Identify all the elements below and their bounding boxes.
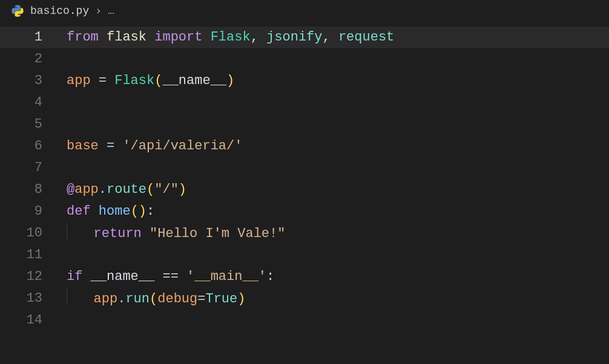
function: run: [125, 291, 150, 307]
punct: :: [266, 269, 274, 284]
class: Flask: [114, 73, 154, 88]
function-name: home: [99, 204, 131, 219]
paren: ): [226, 73, 234, 88]
keyword: import: [154, 30, 202, 45]
line-number: 10: [0, 223, 58, 244]
code-line[interactable]: app = Flask(__name__): [67, 70, 609, 92]
breadcrumb-more[interactable]: …: [108, 5, 115, 17]
space: [142, 226, 150, 241]
punct: :: [146, 204, 154, 219]
keyword: def: [67, 204, 91, 219]
code-editor[interactable]: 1 2 3 4 5 6 7 8 9 10 11 12 13 14 from fl…: [0, 22, 609, 364]
variable: app: [74, 182, 99, 197]
line-number: 8: [0, 179, 58, 201]
variable: base: [67, 138, 99, 154]
punct: .: [117, 291, 125, 307]
paren: ): [139, 204, 146, 219]
line-number: 7: [0, 157, 58, 179]
code-line[interactable]: app.run(debug=True): [67, 288, 609, 310]
code-line[interactable]: [67, 310, 609, 331]
paren: (: [150, 291, 157, 307]
paren: (: [154, 73, 162, 88]
breadcrumb[interactable]: basico.py › …: [0, 0, 609, 22]
line-number: 2: [0, 48, 58, 70]
line-number: 13: [0, 288, 58, 310]
code-line[interactable]: base = '/api/valeria/': [67, 135, 609, 157]
kwarg: debug: [157, 291, 197, 307]
keyword: if: [67, 269, 82, 284]
code-line[interactable]: [67, 244, 609, 266]
string: '/api/valeria/': [122, 138, 242, 154]
breadcrumb-file-name[interactable]: basico.py: [30, 5, 89, 17]
line-number: 1: [0, 27, 58, 48]
line-number: 9: [0, 201, 58, 223]
boolean: True: [205, 291, 237, 307]
operator: =: [197, 291, 205, 307]
identifier: Flask: [211, 30, 251, 45]
variable: app: [67, 73, 91, 88]
line-number-gutter: 1 2 3 4 5 6 7 8 9 10 11 12 13 14: [0, 27, 58, 331]
dunder: __name__: [162, 73, 226, 88]
module: flask: [107, 30, 146, 45]
punct: ,: [323, 30, 338, 45]
line-number: 6: [0, 135, 58, 157]
variable: app: [94, 291, 118, 307]
line-number: 5: [0, 114, 58, 135]
code-line[interactable]: [67, 48, 609, 70]
line-number: 14: [0, 310, 58, 331]
line-number: 11: [0, 244, 58, 266]
string: '__main__': [186, 269, 266, 284]
operator: ==: [154, 269, 186, 284]
space: [91, 204, 99, 219]
code-line[interactable]: [67, 114, 609, 135]
line-number: 12: [0, 266, 58, 288]
code-line[interactable]: return "Hello I'm Vale!": [67, 223, 609, 244]
punct: ,: [251, 30, 266, 45]
paren: ): [179, 182, 186, 197]
paren: (: [146, 182, 154, 197]
code-line[interactable]: @app.route("/"): [67, 179, 609, 201]
code-content[interactable]: from flask import Flask, jsonify, reques…: [67, 27, 609, 331]
function: route: [107, 182, 146, 197]
punct: .: [99, 182, 107, 197]
chevron-right-icon: ›: [95, 5, 102, 17]
string: "/": [154, 182, 179, 197]
line-number: 4: [0, 92, 58, 114]
code-line[interactable]: [67, 92, 609, 114]
code-line[interactable]: if __name__ == '__main__':: [67, 266, 609, 288]
operator: =: [91, 73, 115, 88]
code-line[interactable]: [67, 157, 609, 179]
string: "Hello I'm Vale!": [150, 226, 285, 241]
indent-guide: [67, 288, 67, 305]
identifier: jsonify: [266, 30, 322, 45]
dunder: __name__: [91, 269, 155, 284]
decorator: @: [67, 182, 74, 197]
keyword: from: [67, 30, 99, 45]
code-line[interactable]: def home():: [67, 201, 609, 223]
paren: ): [237, 291, 245, 307]
code-line[interactable]: from flask import Flask, jsonify, reques…: [67, 27, 609, 48]
paren: (: [131, 204, 139, 219]
operator: =: [99, 138, 123, 154]
identifier: request: [338, 30, 394, 45]
keyword: return: [94, 226, 142, 241]
space: [82, 269, 90, 284]
line-number: 3: [0, 70, 58, 92]
python-file-icon: [11, 4, 24, 18]
indent-guide: [67, 223, 67, 239]
